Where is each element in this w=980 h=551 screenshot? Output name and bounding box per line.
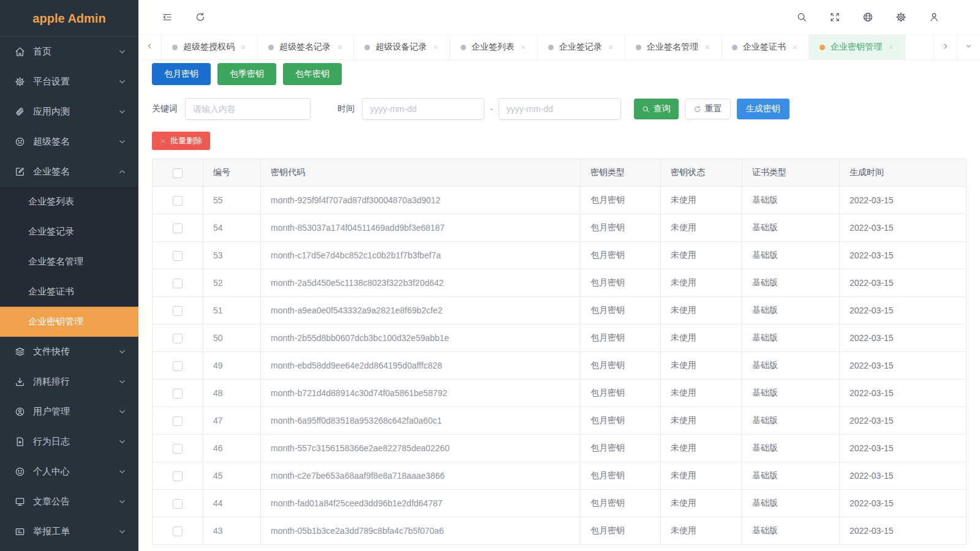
tab-item[interactable]: 企业密钥管理 xyxy=(809,35,905,59)
sidebar-item-user-management[interactable]: 用户管理 xyxy=(0,397,138,427)
row-checkbox[interactable] xyxy=(173,471,183,481)
tab-item[interactable]: 超级签授权码 xyxy=(162,35,258,59)
close-icon[interactable] xyxy=(432,44,439,51)
row-checkbox[interactable] xyxy=(173,444,183,454)
sidebar-item-behavior-log[interactable]: 行为日志 xyxy=(0,427,138,457)
sidebar-subitem-enterprise-sign-management[interactable]: 企业签名管理 xyxy=(0,247,138,277)
sidebar-item-home[interactable]: 首页 xyxy=(0,37,138,67)
close-icon[interactable] xyxy=(888,44,894,51)
row-checkbox[interactable] xyxy=(173,196,183,206)
column-header-type: 密钥类型 xyxy=(581,159,661,187)
sidebar-subitem-enterprise-key-management[interactable]: 企业密钥管理 xyxy=(0,307,138,337)
reset-button[interactable]: 重置 xyxy=(685,99,731,119)
cell-type: 包月密钥 xyxy=(581,269,661,297)
cell-id: 50 xyxy=(203,324,261,352)
sidebar-item-platform-settings[interactable]: 平台设置 xyxy=(0,67,138,97)
menu-collapse-icon[interactable] xyxy=(162,12,173,23)
sidebar-item-personal-center[interactable]: 个人中心 xyxy=(0,457,138,487)
cell-id: 55 xyxy=(203,187,261,214)
app-root: apple Admin 首页 平台设置 应用内测 超级签名 企业签名 企业签列表… xyxy=(0,0,980,551)
smile-icon xyxy=(15,467,25,477)
sidebar-item-enterprise-sign[interactable]: 企业签名 xyxy=(0,157,138,187)
fullscreen-icon[interactable] xyxy=(829,12,840,23)
table-row: 48 month-b721d4d88914c30d74f0a5861be5879… xyxy=(153,380,967,407)
tab-dot-icon xyxy=(732,45,737,50)
tab-item[interactable]: 企业签记录 xyxy=(538,35,625,59)
sidebar-item-label: 文章公告 xyxy=(33,496,117,508)
gear-icon[interactable] xyxy=(895,12,907,23)
row-checkbox[interactable] xyxy=(173,389,183,399)
date-end-input[interactable] xyxy=(499,98,621,120)
date-start-input[interactable] xyxy=(362,98,484,120)
sidebar-item-label: 首页 xyxy=(33,46,117,58)
sidebar-item-label: 应用内测 xyxy=(33,106,117,118)
refresh-icon[interactable] xyxy=(195,12,206,23)
keyword-input[interactable] xyxy=(185,98,311,120)
row-checkbox[interactable] xyxy=(173,334,183,343)
cell-type: 包月密钥 xyxy=(581,214,661,242)
sidebar-subitem-enterprise-sign-cert[interactable]: 企业签证书 xyxy=(0,277,138,307)
type-button-label: 包月密钥 xyxy=(164,69,198,80)
cell-cert: 基础版 xyxy=(742,380,840,407)
close-icon[interactable] xyxy=(336,44,343,51)
cell-select xyxy=(153,242,203,269)
cell-code: month-c17d5e7d4bc852c1c0b2b1f7b3fbef7a xyxy=(261,242,581,269)
user-icon[interactable] xyxy=(929,12,940,23)
batch-delete-button[interactable]: 批量删除 xyxy=(152,132,210,150)
tab-item[interactable]: 企业签名管理 xyxy=(625,35,722,59)
row-checkbox[interactable] xyxy=(173,416,183,426)
row-checkbox[interactable] xyxy=(173,499,183,509)
tab-item[interactable]: 超级设备记录 xyxy=(354,35,450,59)
row-checkbox[interactable] xyxy=(173,361,183,371)
monthly-key-button[interactable]: 包月密钥 xyxy=(152,63,211,85)
close-icon[interactable] xyxy=(704,44,710,51)
row-checkbox[interactable] xyxy=(173,527,183,536)
chevron-right-icon xyxy=(941,42,949,52)
refresh-icon xyxy=(693,105,701,113)
cell-status: 未使用 xyxy=(661,297,742,324)
sidebar-menu: 首页 平台设置 应用内测 超级签名 企业签名 企业签列表 企业签记录 企业签名管… xyxy=(0,37,138,547)
sidebar-item-article-notice[interactable]: 文章公告 xyxy=(0,487,138,517)
tabs-menu-button[interactable] xyxy=(957,35,980,59)
sidebar-item-label: 用户管理 xyxy=(33,406,117,418)
row-checkbox[interactable] xyxy=(173,223,183,233)
tab-item[interactable]: 企业签列表 xyxy=(450,35,538,59)
sidebar-item-app-beta[interactable]: 应用内测 xyxy=(0,97,138,127)
tab-label: 企业签证书 xyxy=(743,42,786,53)
tab-item[interactable]: 企业签证书 xyxy=(722,35,809,59)
generate-key-button[interactable]: 生成密钥 xyxy=(737,99,790,119)
close-icon[interactable] xyxy=(520,44,527,51)
user-circle-icon xyxy=(15,407,25,417)
sidebar-item-report-ticket[interactable]: 举报工单 xyxy=(0,517,138,547)
close-icon[interactable] xyxy=(791,44,798,51)
cell-select xyxy=(153,269,203,297)
cell-select xyxy=(153,435,203,462)
cell-status: 未使用 xyxy=(661,407,742,435)
chevron-down-icon xyxy=(117,407,127,417)
sidebar-subitem-label: 企业签列表 xyxy=(28,196,74,208)
search-icon[interactable] xyxy=(796,12,807,23)
tabs-scroll-left-button[interactable] xyxy=(138,35,162,59)
sidebar-subitem-enterprise-sign-records[interactable]: 企业签记录 xyxy=(0,217,138,247)
tab-item[interactable]: 超级签名记录 xyxy=(258,35,354,59)
globe-icon[interactable] xyxy=(862,12,873,23)
sidebar-item-label: 消耗排行 xyxy=(33,376,117,388)
row-checkbox[interactable] xyxy=(173,306,183,316)
close-icon[interactable] xyxy=(608,44,614,51)
tabs-scroll-right-button[interactable] xyxy=(933,35,957,59)
sidebar-item-consumption-rank[interactable]: 消耗排行 xyxy=(0,367,138,397)
sidebar-item-file-transfer[interactable]: 文件快传 xyxy=(0,337,138,367)
chevron-down-icon xyxy=(117,437,127,447)
row-checkbox[interactable] xyxy=(173,279,183,288)
search-button[interactable]: 查询 xyxy=(634,99,679,119)
monitor-icon xyxy=(15,497,25,507)
sidebar-item-super-sign[interactable]: 超级签名 xyxy=(0,127,138,157)
yearly-key-button[interactable]: 包年密钥 xyxy=(283,63,342,85)
row-checkbox[interactable] xyxy=(173,251,183,261)
select-all-checkbox[interactable] xyxy=(173,168,183,178)
tab-label: 企业签名管理 xyxy=(647,42,698,53)
quarterly-key-button[interactable]: 包季密钥 xyxy=(217,63,276,85)
close-icon[interactable] xyxy=(240,44,247,51)
sidebar-subitem-enterprise-sign-list[interactable]: 企业签列表 xyxy=(0,187,138,217)
app-logo: apple Admin xyxy=(0,0,138,37)
